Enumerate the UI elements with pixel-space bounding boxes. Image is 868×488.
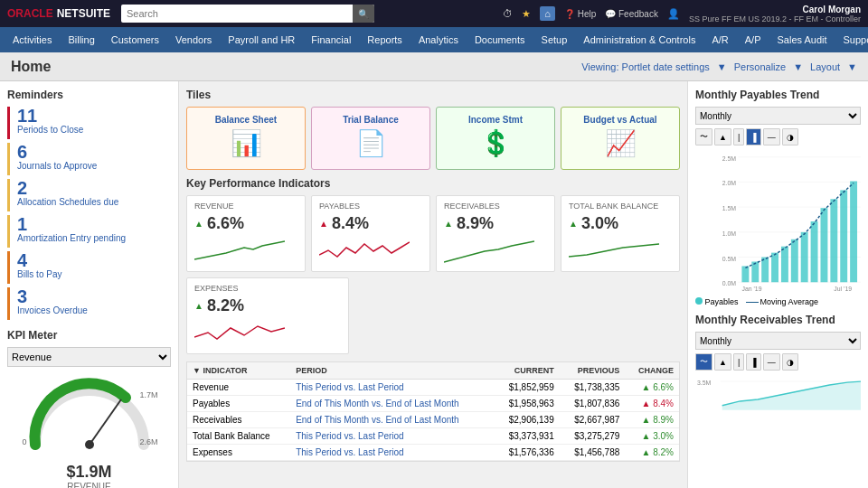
reminder-label-5[interactable]: Bills to Pay (17, 269, 61, 279)
payables-trend-title: Monthly Payables Trend (695, 89, 861, 101)
recv-btn-line[interactable]: ▲ (714, 353, 731, 371)
search-button[interactable]: 🔍 (353, 5, 374, 23)
tile-trial-balance[interactable]: Trial Balance 📄 (311, 107, 430, 170)
svg-rect-20 (801, 232, 808, 282)
receivables-chart-preview: 3.5M (695, 374, 861, 410)
tile-balance-sheet[interactable]: Balance Sheet 📊 (186, 107, 306, 170)
kpi-payables-label: PAYABLES (319, 202, 422, 211)
th-period: PERIOD (290, 362, 494, 380)
clock-icon[interactable]: ⏱ (503, 8, 513, 19)
reminder-item-1: 11 Periods to Close (7, 107, 171, 139)
recv-btn-bar2[interactable]: ▐ (746, 353, 760, 371)
star-icon[interactable]: ★ (522, 8, 531, 20)
reminder-label-6[interactable]: Invoices Overdue (17, 305, 88, 315)
viewing-portlet-link[interactable]: Viewing: Portlet date settings (581, 61, 710, 72)
user-icon: 👤 (667, 8, 680, 20)
nav-reports[interactable]: Reports (360, 31, 410, 49)
td-expenses-period[interactable]: This Period vs. Last Period (290, 445, 494, 461)
td-receivables-previous: $2,667,987 (560, 412, 626, 428)
nav-bar: Activities Billing Customers Vendors Pay… (0, 27, 868, 52)
td-payables-period[interactable]: End of This Month vs. End of Last Month (290, 396, 494, 412)
personalize-link[interactable]: Personalize (734, 61, 786, 72)
gauge-max: 2.6M (139, 437, 157, 446)
reminder-label-2[interactable]: Journals to Approve (17, 161, 97, 171)
recv-btn-bar[interactable]: | (733, 353, 744, 371)
chart-toolbar-receivables: 〜 ▲ | ▐ — ◑ (695, 353, 861, 371)
tile-income-stmt[interactable]: Income Stmt 💲 (436, 107, 555, 170)
nav-ar[interactable]: A/R (704, 31, 735, 49)
td-receivables-period[interactable]: End of This Month vs. End of Last Month (290, 412, 494, 428)
tile-income-label: Income Stmt (444, 115, 547, 125)
oracle-logo: ORACLE (7, 7, 53, 20)
nav-ap[interactable]: A/P (738, 31, 769, 49)
table-row: Revenue This Period vs. Last Period $1,8… (187, 380, 679, 396)
reminder-item-5: 4 Bills to Pay (7, 251, 171, 284)
td-revenue-period[interactable]: This Period vs. Last Period (290, 380, 494, 396)
reminder-item-2: 6 Journals to Approve (7, 143, 171, 175)
reminder-label-4[interactable]: Amortization Entry pending (17, 233, 126, 243)
tile-budget-actual[interactable]: Budget vs Actual 📈 (561, 107, 680, 170)
payables-chart-select[interactable]: Monthly (695, 107, 861, 125)
nav-customers[interactable]: Customers (104, 31, 166, 49)
svg-rect-15 (751, 262, 759, 283)
recv-btn-pie[interactable]: ◑ (782, 353, 798, 371)
td-bank-period[interactable]: This Period vs. Last Period (290, 428, 494, 445)
chart-btn-line2[interactable]: — (763, 128, 780, 145)
home-icon[interactable]: ⌂ (540, 6, 555, 21)
table-row: Expenses This Period vs. Last Period $1,… (187, 445, 679, 461)
chart-btn-line[interactable]: 〜 (695, 128, 712, 145)
td-revenue-change: ▲ 6.6% (625, 380, 679, 396)
kpi-expenses-value: 8.2% (207, 296, 244, 315)
recv-btn-area[interactable]: 〜 (695, 353, 712, 371)
nav-payroll[interactable]: Payroll and HR (221, 31, 302, 49)
nav-financial[interactable]: Financial (304, 31, 358, 49)
center-area: Tiles Balance Sheet 📊 Trial Balance 📄 In… (179, 81, 687, 488)
receivables-chart-select[interactable]: Monthly (695, 332, 861, 350)
reminder-label-1[interactable]: Periods to Close (17, 125, 83, 135)
layout-link[interactable]: Layout (810, 61, 840, 72)
svg-rect-18 (781, 247, 788, 283)
nav-sales-audit[interactable]: Sales Audit (769, 31, 834, 49)
svg-rect-21 (811, 221, 818, 282)
chart-btn-area[interactable]: ▲ (714, 128, 731, 145)
nav-support[interactable]: Support (836, 31, 868, 49)
gauge-mid: 1.7M (139, 390, 157, 399)
svg-text:Jul '19: Jul '19 (834, 286, 852, 292)
td-receivables-indicator: Receivables (187, 412, 290, 428)
td-expenses-previous: $1,456,788 (560, 445, 626, 461)
kpi-card-bank: TOTAL BANK BALANCE ▲ 3.0% (561, 195, 680, 272)
feedback-label[interactable]: 💬 Feedback (605, 9, 658, 19)
nav-analytics[interactable]: Analytics (411, 31, 466, 49)
nav-vendors[interactable]: Vendors (168, 31, 219, 49)
kpi-payables-arrow: ▲ (319, 219, 328, 229)
kpi-expenses-label: EXPENSES (194, 284, 341, 293)
kpi-meter-title: KPI Meter (7, 329, 171, 342)
payables-dot (695, 297, 703, 305)
payables-chart-svg: 2.5M 2.0M 1.5M 1.0M 0.5M 0.0M (695, 149, 861, 294)
kpi-bank-value: 3.0% (581, 214, 618, 233)
reminder-bar-1 (7, 107, 10, 139)
td-payables-indicator: Payables (187, 396, 290, 412)
kpi-revenue-sparkline (194, 237, 285, 264)
nav-billing[interactable]: Billing (61, 31, 101, 49)
reminder-bar-5 (7, 251, 10, 284)
reminder-bar-3 (7, 179, 10, 211)
th-change: CHANGE (625, 362, 679, 380)
search-input[interactable] (121, 6, 353, 21)
kpi-expenses-row: EXPENSES ▲ 8.2% (186, 277, 680, 354)
nav-setup[interactable]: Setup (534, 31, 575, 49)
kpi-receivables-sparkline (444, 237, 534, 264)
chart-btn-bar[interactable]: | (733, 128, 744, 145)
help-label[interactable]: ❓ Help (564, 9, 596, 19)
nav-activities[interactable]: Activities (5, 31, 59, 49)
reminder-item-4: 1 Amortization Entry pending (7, 215, 171, 248)
svg-text:2.0M: 2.0M (722, 180, 737, 186)
chart-btn-pie[interactable]: ◑ (782, 128, 798, 145)
nav-admin[interactable]: Administration & Controls (576, 31, 703, 49)
chart-btn-bar-active[interactable]: ▐ (746, 128, 760, 145)
nav-documents[interactable]: Documents (467, 31, 533, 49)
reminders-title: Reminders (7, 89, 171, 101)
recv-btn-line2[interactable]: — (763, 353, 780, 371)
kpi-meter-select[interactable]: Revenue Payables Receivables Expenses (7, 347, 171, 367)
reminder-label-3[interactable]: Allocation Schedules due (17, 197, 118, 207)
